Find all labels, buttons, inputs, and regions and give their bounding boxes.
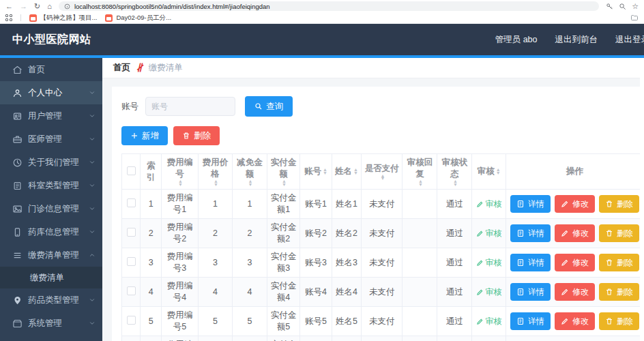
admin-user-label[interactable]: 管理员 abo bbox=[495, 34, 538, 46]
bookmark-star-icon[interactable]: ☆ bbox=[632, 3, 639, 10]
remove-button[interactable]: 删除 bbox=[599, 195, 639, 213]
remove-button[interactable]: 删除 bbox=[599, 254, 639, 271]
delete-button[interactable]: 删除 bbox=[173, 126, 220, 145]
column-header[interactable]: 账号▲▼ bbox=[300, 154, 332, 190]
column-header[interactable]: 是否支付▲▼ bbox=[362, 154, 402, 190]
sort-caret-icon[interactable]: ▲▼ bbox=[282, 180, 287, 186]
breadcrumb-home-link[interactable]: 首页 bbox=[113, 62, 130, 74]
chevron-down-icon bbox=[89, 205, 96, 212]
audit-link[interactable]: 审核 bbox=[476, 228, 502, 239]
edit-button[interactable]: 修改 bbox=[555, 224, 595, 242]
edit-pencil-icon bbox=[476, 288, 484, 296]
sidebar-item-7[interactable]: 门诊信息管理 bbox=[0, 197, 102, 220]
detail-button[interactable]: 详情 bbox=[510, 312, 551, 330]
row-checkbox[interactable] bbox=[127, 228, 136, 237]
remove-button[interactable]: 删除 bbox=[599, 283, 639, 301]
audit-link[interactable]: 审核 bbox=[476, 257, 502, 269]
sort-caret-icon[interactable]: ▲▼ bbox=[496, 168, 501, 175]
reload-icon[interactable]: ↻ bbox=[34, 3, 40, 10]
bookmark-item[interactable]: Day02-09-员工分... bbox=[105, 14, 171, 23]
sidebar-item-4[interactable]: 医师管理 bbox=[0, 128, 102, 151]
edit-button[interactable]: 修改 bbox=[555, 312, 595, 330]
sort-caret-icon[interactable]: ▲▼ bbox=[214, 180, 218, 186]
edit-button[interactable]: 修改 bbox=[555, 195, 595, 213]
map-pin-icon bbox=[12, 295, 23, 306]
detail-button[interactable]: 详情 bbox=[510, 224, 551, 242]
forward-icon[interactable]: → bbox=[20, 3, 27, 10]
column-header[interactable]: 审核回复▲▼ bbox=[402, 154, 437, 190]
audit-link[interactable]: 审核 bbox=[476, 316, 502, 327]
add-button[interactable]: 新增 bbox=[121, 126, 168, 145]
edit-button[interactable]: 修改 bbox=[555, 254, 595, 271]
column-header[interactable]: 费用价格▲▼ bbox=[198, 154, 232, 190]
sort-caret-icon[interactable]: ▲▼ bbox=[418, 180, 423, 186]
sidebar-subitem[interactable]: 缴费清单 bbox=[0, 267, 102, 288]
sidebar-item-10[interactable]: 药品类型管理 bbox=[0, 288, 102, 312]
cell-fee-no: 费用编号3 bbox=[162, 248, 199, 278]
sidebar-item-11[interactable]: 系统管理 bbox=[0, 312, 102, 335]
password-key-icon[interactable] bbox=[606, 3, 613, 10]
cell-account: 账号2 bbox=[300, 219, 332, 248]
sidebar-item-label: 用户管理 bbox=[28, 110, 89, 122]
table-row: 4费用编号444实付金额4账号4姓名4未支付通过审核详情修改删除 bbox=[122, 278, 644, 307]
bookmark-favicon bbox=[29, 14, 37, 22]
list-icon bbox=[12, 250, 23, 261]
cell-paid: 实付金额3 bbox=[267, 248, 299, 278]
sidebar-item-1[interactable]: 首页 bbox=[0, 58, 102, 81]
column-header[interactable]: 费用编号▲▼ bbox=[162, 154, 199, 190]
address-bar[interactable]: localhost:8080/springbootil5n0/admin/dis… bbox=[59, 1, 599, 11]
column-header[interactable]: 审核▲▼ bbox=[472, 154, 506, 190]
row-checkbox[interactable] bbox=[127, 257, 136, 266]
home-nav-icon[interactable]: ⌂ bbox=[47, 3, 52, 10]
briefcase-icon bbox=[12, 134, 23, 145]
select-all-checkbox[interactable] bbox=[127, 166, 136, 175]
sidebar-item-8[interactable]: 药库信息管理 bbox=[0, 220, 102, 243]
sort-caret-icon[interactable]: ▲▼ bbox=[380, 175, 385, 181]
sort-caret-icon[interactable]: ▲▼ bbox=[453, 180, 458, 186]
column-header[interactable]: 实付金额▲▼ bbox=[267, 154, 299, 190]
column-header[interactable]: 审核状态▲▼ bbox=[437, 154, 472, 190]
cell-index: 4 bbox=[141, 278, 162, 307]
sidebar-item-5[interactable]: 关于我们管理 bbox=[0, 151, 102, 174]
row-checkbox[interactable] bbox=[127, 316, 136, 325]
row-checkbox[interactable] bbox=[127, 286, 136, 295]
audit-link[interactable]: 审核 bbox=[476, 198, 502, 210]
cell-index: 2 bbox=[141, 219, 162, 248]
column-header[interactable]: 减免金额▲▼ bbox=[232, 154, 267, 190]
detail-button[interactable]: 详情 bbox=[510, 195, 551, 213]
sidebar: 首页个人中心用户管理医师管理关于我们管理科室类型管理门诊信息管理药库信息管理缴费… bbox=[0, 58, 102, 341]
bookmarks-folder-icon[interactable] bbox=[630, 14, 639, 22]
account-search-input[interactable] bbox=[145, 97, 235, 116]
sidebar-item-9[interactable]: 缴费清单管理 bbox=[0, 243, 102, 267]
bookmarks-bar: 【码神之路】项目... Day02-09-员工分... bbox=[0, 12, 644, 24]
bookmark-item[interactable]: 【码神之路】项目... bbox=[29, 14, 98, 23]
edit-button[interactable]: 修改 bbox=[555, 283, 595, 301]
detail-button[interactable]: 详情 bbox=[510, 283, 551, 301]
page-scrollbar[interactable] bbox=[640, 59, 644, 341]
sidebar-item-3[interactable]: 用户管理 bbox=[0, 104, 102, 128]
sidebar-item-6[interactable]: 科室类型管理 bbox=[0, 174, 102, 197]
audit-link[interactable]: 审核 bbox=[476, 286, 502, 298]
sort-caret-icon[interactable]: ▲▼ bbox=[248, 180, 253, 186]
apps-grid-icon[interactable] bbox=[5, 14, 12, 21]
logout-button[interactable]: 退出登录 bbox=[615, 34, 644, 46]
sort-caret-icon[interactable]: ▲▼ bbox=[323, 168, 327, 175]
site-info-icon[interactable] bbox=[64, 3, 70, 10]
cell-fee-no: 费用编号6 bbox=[162, 336, 199, 341]
zoom-icon[interactable] bbox=[619, 3, 626, 10]
exit-to-front-button[interactable]: 退出到前台 bbox=[555, 34, 598, 46]
query-button[interactable]: 查询 bbox=[245, 96, 293, 117]
sort-caret-icon[interactable]: ▲▼ bbox=[353, 168, 358, 175]
cell-discount: 4 bbox=[232, 278, 267, 307]
edit-pencil-icon bbox=[561, 317, 569, 325]
sidebar-item-2[interactable]: 个人中心 bbox=[0, 81, 102, 104]
row-checkbox[interactable] bbox=[127, 198, 136, 207]
back-icon[interactable]: ← bbox=[5, 3, 13, 10]
phone-icon bbox=[12, 227, 23, 237]
detail-button[interactable]: 详情 bbox=[510, 254, 551, 271]
sort-caret-icon[interactable]: ▲▼ bbox=[178, 180, 183, 186]
remove-button[interactable]: 删除 bbox=[599, 312, 639, 330]
column-header[interactable]: 姓名▲▼ bbox=[332, 154, 362, 190]
edit-pencil-icon bbox=[476, 201, 484, 208]
remove-button[interactable]: 删除 bbox=[599, 224, 639, 242]
